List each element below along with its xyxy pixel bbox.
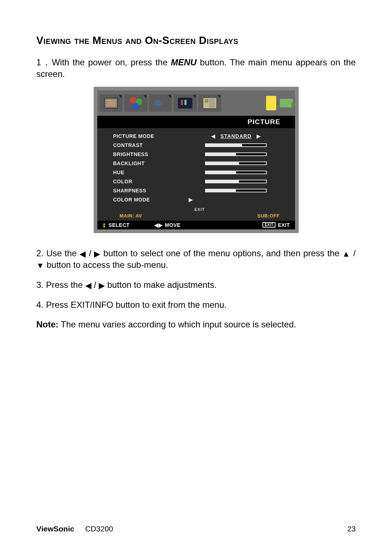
step-2: 2. Use the ◀ / ▶ button to select one of… bbox=[36, 248, 356, 271]
osd-footer: ▲▼ SELECT ◀▶ MOVE EXIT EXIT bbox=[97, 221, 295, 229]
osd-row-backlight: BACKLIGHT bbox=[113, 159, 286, 168]
step3-text-a: 3. Press the bbox=[36, 280, 85, 290]
page-footer: ViewSonic CD3200 23 bbox=[36, 525, 356, 533]
osd-label: COLOR MODE bbox=[113, 197, 186, 203]
step2-text-b: button to select one of the menu options… bbox=[101, 248, 342, 258]
footer-exit: EXIT bbox=[278, 222, 290, 228]
exit-box-icon: EXIT bbox=[262, 222, 275, 228]
slider bbox=[205, 162, 267, 165]
down-arrow-icon: ▼ bbox=[36, 261, 44, 270]
right-arrow-icon: ▶ bbox=[99, 281, 105, 290]
step3-text-b: button to make adjustments. bbox=[105, 280, 217, 290]
tab-end-icon bbox=[280, 99, 293, 107]
left-arrow-icon: ◀ bbox=[211, 133, 216, 139]
slash: / bbox=[351, 248, 356, 258]
osd-label: BACKLIGHT bbox=[113, 160, 186, 166]
osd-body: PICTURE MODE ◀ STANDARD ▶ CONTRAST BRIGH… bbox=[97, 128, 295, 221]
tab-tv-icon bbox=[173, 94, 197, 112]
osd-row-color: COLOR bbox=[113, 177, 286, 186]
footer-model: CD3200 bbox=[85, 525, 113, 533]
osd-row-brightness: BRIGHTNESS bbox=[113, 150, 286, 159]
leftright-arrow-icon: ◀▶ bbox=[154, 222, 163, 228]
left-arrow-icon: ◀ bbox=[79, 249, 86, 258]
slider bbox=[205, 152, 267, 156]
slider bbox=[205, 189, 267, 192]
osd-row-hue: HUE bbox=[113, 168, 286, 177]
tab-highlight-icon bbox=[266, 96, 276, 110]
note: Note: The menu varies according to which… bbox=[36, 319, 356, 330]
osd-title: PICTURE bbox=[97, 116, 295, 128]
tab-color-icon bbox=[124, 94, 147, 112]
osd-label: CONTRAST bbox=[113, 142, 186, 148]
step-4: 4. Press EXIT/INFO button to exit from t… bbox=[36, 299, 356, 311]
right-arrow-icon: ▶ bbox=[257, 133, 261, 139]
osd-row-contrast: CONTRAST bbox=[113, 141, 286, 150]
osd-row-sharpness: SHARPNESS bbox=[113, 186, 286, 195]
footer-select: SELECT bbox=[109, 222, 130, 228]
note-label: Note: bbox=[36, 319, 58, 329]
osd-tab-bar bbox=[97, 90, 295, 116]
page-heading: Viewing the Menus and On-Screen Displays bbox=[36, 34, 356, 46]
slider bbox=[205, 143, 267, 147]
step1-text-a: 1．With the power on, press the bbox=[36, 57, 171, 67]
step-1: 1．With the power on, press the MENU butt… bbox=[36, 57, 356, 80]
osd-label: COLOR bbox=[113, 179, 186, 184]
right-arrow-icon: ▶ bbox=[94, 249, 101, 258]
tab-audio-icon bbox=[149, 94, 172, 112]
footer-page: 23 bbox=[347, 525, 356, 533]
menu-keyword: MENU bbox=[171, 57, 197, 67]
slider bbox=[205, 171, 267, 174]
step-3: 3. Press the ◀ / ▶ button to make adjust… bbox=[36, 279, 356, 291]
slider bbox=[205, 180, 267, 183]
updown-arrow-icon: ▲▼ bbox=[102, 222, 106, 228]
osd-row-color-mode: COLOR MODE ▶ bbox=[113, 195, 286, 204]
note-text: The menu varies according to which input… bbox=[58, 319, 296, 329]
footer-move: MOVE bbox=[165, 222, 180, 228]
slash: / bbox=[91, 280, 99, 290]
osd-label: BRIGHTNESS bbox=[113, 151, 186, 157]
osd-status-row: MAIN: AV SUB:OFF bbox=[113, 213, 286, 219]
osd-label: SHARPNESS bbox=[113, 188, 186, 193]
osd-status-left: MAIN: AV bbox=[120, 213, 142, 219]
left-arrow-icon: ◀ bbox=[85, 281, 91, 290]
osd-label: PICTURE MODE bbox=[113, 133, 186, 139]
osd-status-right: SUB:OFF bbox=[257, 213, 279, 219]
tab-schedule-icon bbox=[198, 94, 221, 112]
picture-mode-value: STANDARD bbox=[220, 133, 252, 139]
up-arrow-icon: ▲ bbox=[342, 249, 351, 258]
tab-picture-icon bbox=[99, 94, 123, 112]
osd-screenshot: PICTURE PICTURE MODE ◀ STANDARD ▶ CONTRA… bbox=[94, 87, 299, 233]
osd-row-picture-mode: PICTURE MODE ◀ STANDARD ▶ bbox=[113, 132, 286, 141]
footer-brand: ViewSonic bbox=[36, 525, 74, 533]
slash: / bbox=[86, 248, 94, 258]
submenu-arrow-icon: ▶ bbox=[189, 197, 193, 203]
step2-text-c: button to access the sub-menu. bbox=[44, 260, 168, 270]
step2-text-a: 2. Use the bbox=[36, 248, 79, 258]
osd-exit-small: EXIT bbox=[113, 204, 286, 213]
osd-label: HUE bbox=[113, 170, 186, 175]
